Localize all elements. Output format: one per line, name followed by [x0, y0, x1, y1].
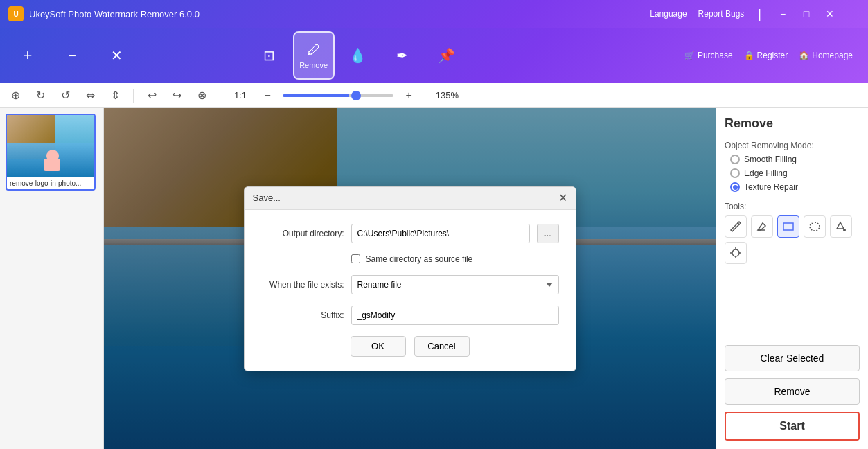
- brush-tool-btn[interactable]: [725, 215, 747, 238]
- homepage-button[interactable]: 🏠 Homepage: [799, 51, 853, 60]
- dialog-body: Output directory: ... Same directory as …: [245, 210, 576, 371]
- smooth-filling-label: Smooth Filling: [744, 155, 797, 164]
- register-button[interactable]: 🔒 Register: [744, 51, 788, 60]
- svg-rect-2: [843, 229, 846, 231]
- remove-action-button[interactable]: Remove: [725, 378, 860, 405]
- edge-filling-label: Edge Filling: [744, 168, 788, 178]
- thumbnail-item[interactable]: remove-logo-in-photo...: [6, 114, 96, 191]
- suffix-field: Suffix:: [261, 306, 559, 325]
- secondary-toolbar: ⊕ ↻ ↺ ⇔ ⇕ ↩ ↪ ⊗ 1:1 − + 135%: [0, 83, 868, 108]
- app-logo: U: [8, 6, 24, 21]
- dialog-title: Save...: [253, 193, 281, 203]
- zoom-in-button[interactable]: +: [399, 86, 418, 105]
- texture-repair-dot: [733, 185, 738, 190]
- right-panel: Remove Object Removing Mode: Smooth Fill…: [716, 108, 868, 449]
- removing-mode-label: Object Removing Mode:: [725, 141, 860, 150]
- dialog-buttons: OK Cancel: [261, 336, 559, 357]
- close-file-button[interactable]: ✕: [96, 31, 137, 80]
- texture-repair-label: Texture Repair: [744, 182, 798, 192]
- ok-button[interactable]: OK: [351, 336, 406, 357]
- close-file-icon: ✕: [111, 47, 123, 64]
- watercolor-tool-button[interactable]: 💧: [337, 31, 379, 80]
- when-file-exists-label: When the file exists:: [261, 280, 344, 290]
- flip-h-button[interactable]: ⇔: [80, 86, 100, 105]
- pin-tool-button[interactable]: 📌: [426, 31, 468, 80]
- close-button[interactable]: ✕: [825, 9, 835, 19]
- purchase-button[interactable]: 🛒 Purchase: [684, 51, 733, 60]
- smooth-filling-radio[interactable]: [730, 155, 740, 164]
- flip-v-button[interactable]: ⇕: [105, 86, 125, 105]
- maximize-button[interactable]: □: [801, 9, 811, 19]
- pin-icon: 📌: [438, 47, 455, 64]
- same-directory-label[interactable]: Same directory as source file: [366, 254, 473, 264]
- thumbnail-image: [7, 115, 94, 177]
- redo-button[interactable]: ↪: [167, 86, 186, 105]
- add-button[interactable]: +: [7, 31, 48, 80]
- remove-tool-button[interactable]: 🖊 Remove: [293, 31, 335, 80]
- removing-mode-section: Object Removing Mode: Smooth Filling Edg…: [725, 141, 860, 192]
- minimize-button[interactable]: −: [778, 9, 788, 19]
- homepage-icon: 🏠: [799, 51, 809, 60]
- language-button[interactable]: Language: [650, 9, 687, 19]
- separator-1: [133, 89, 134, 103]
- app-title: UkeySoft Photo Watermark Remover 6.0.0: [29, 9, 650, 19]
- panel-title: Remove: [725, 116, 860, 131]
- lasso-tool-btn[interactable]: [804, 215, 826, 238]
- zoom-out-button[interactable]: −: [258, 86, 277, 105]
- start-button[interactable]: Start: [725, 412, 860, 441]
- output-directory-input[interactable]: [351, 224, 530, 243]
- zoom-ratio-label: 1:1: [234, 90, 247, 100]
- removing-mode-group: Smooth Filling Edge Filling Texture Repa…: [730, 155, 860, 192]
- thumbnail-sidebar: remove-logo-in-photo...: [0, 108, 104, 449]
- dialog-header: Save... ✕: [245, 187, 576, 210]
- rotate-ccw-button[interactable]: ↺: [55, 86, 75, 105]
- rotate-cw-button[interactable]: ↻: [30, 86, 50, 105]
- crop-tool-button[interactable]: ⊡: [249, 31, 290, 80]
- magic-wand-tool-btn[interactable]: [725, 242, 747, 264]
- save-dialog: Save... ✕ Output directory: ... Same dir…: [244, 186, 576, 371]
- output-directory-field: Output directory: ...: [261, 224, 559, 243]
- clear-selected-button[interactable]: Clear Selected: [725, 345, 860, 371]
- fill-tool-btn[interactable]: [830, 215, 852, 238]
- suffix-label: Suffix:: [261, 310, 344, 320]
- tools-label: Tools:: [725, 202, 860, 211]
- dialog-close-button[interactable]: ✕: [558, 193, 567, 204]
- undo-button[interactable]: ↩: [142, 86, 161, 105]
- browse-button[interactable]: ...: [537, 224, 559, 243]
- smooth-filling-option[interactable]: Smooth Filling: [730, 155, 860, 164]
- cancel-selection-button[interactable]: ⊗: [192, 86, 211, 105]
- edge-filling-option[interactable]: Edge Filling: [730, 168, 860, 178]
- suffix-input[interactable]: [351, 306, 559, 325]
- rectangle-tool-btn[interactable]: [777, 215, 799, 238]
- pen-tool-button[interactable]: ✒: [382, 31, 423, 80]
- separator-2: [220, 89, 220, 103]
- crop-icon: ⊡: [263, 47, 275, 64]
- svg-point-3: [732, 249, 739, 256]
- same-directory-checkbox[interactable]: [351, 254, 360, 263]
- rotate-all-button[interactable]: ⊕: [6, 86, 25, 105]
- title-bar-right: Language Report Bugs | − □ ✕: [650, 7, 860, 21]
- cancel-button[interactable]: Cancel: [414, 336, 470, 357]
- zoom-percent-label: 135%: [424, 90, 459, 100]
- remove-file-icon: −: [68, 48, 76, 64]
- register-icon: 🔒: [744, 51, 754, 60]
- svg-rect-1: [783, 223, 793, 230]
- when-file-exists-select[interactable]: Rename file: [351, 275, 559, 294]
- edge-filling-radio[interactable]: [730, 168, 740, 178]
- eraser-tool-btn[interactable]: [751, 215, 773, 238]
- tools-section: Tools:: [725, 202, 860, 264]
- pen-icon: ✒: [396, 47, 408, 64]
- texture-repair-radio[interactable]: [730, 182, 740, 192]
- same-directory-row: Same directory as source file: [351, 254, 559, 264]
- canvas-area[interactable]: Save... ✕ Output directory: ... Same dir…: [104, 108, 716, 449]
- remove-button-toolbar[interactable]: −: [51, 31, 93, 80]
- zoom-slider[interactable]: [283, 94, 393, 97]
- purchase-icon: 🛒: [684, 51, 695, 60]
- dialog-overlay: Save... ✕ Output directory: ... Same dir…: [104, 108, 716, 449]
- main-toolbar: + − ✕ ⊡ 🖊 Remove 💧 ✒ 📌 🛒 Purchase 🔒 Regi…: [0, 28, 868, 83]
- when-file-exists-field: When the file exists: Rename file: [261, 275, 559, 294]
- report-bugs-button[interactable]: Report Bugs: [698, 9, 745, 19]
- texture-repair-option[interactable]: Texture Repair: [730, 182, 860, 192]
- output-directory-label: Output directory:: [261, 229, 344, 238]
- eraser-icon: 🖊: [307, 42, 321, 58]
